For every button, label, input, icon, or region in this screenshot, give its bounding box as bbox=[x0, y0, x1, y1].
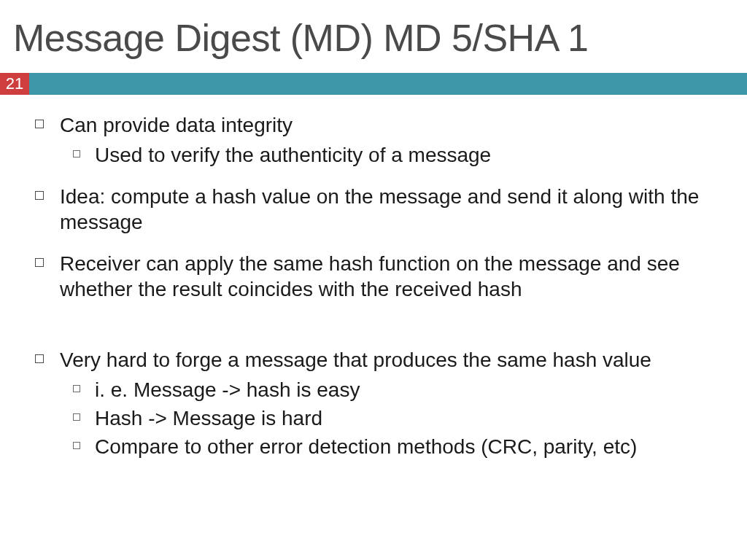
sub-bullet-square-icon bbox=[73, 150, 80, 158]
sub-bullet-item: Hash -> Message is hard bbox=[60, 405, 651, 431]
sub-bullet-text: Hash -> Message is hard bbox=[95, 405, 322, 431]
bullet-square-icon bbox=[35, 258, 44, 267]
sub-list: i. e. Message -> hash is easy Hash -> Me… bbox=[60, 377, 651, 459]
sub-list: Used to verify the authenticity of a mes… bbox=[60, 142, 491, 168]
bullet-item: Very hard to forge a message that produc… bbox=[35, 347, 727, 459]
bullet-text: Receiver can apply the same hash functio… bbox=[60, 251, 727, 302]
bullet-item: Receiver can apply the same hash functio… bbox=[35, 251, 727, 302]
header-bar: 21 bbox=[0, 73, 747, 95]
slide-number-badge: 21 bbox=[0, 73, 29, 95]
sub-bullet-item: Used to verify the authenticity of a mes… bbox=[60, 142, 491, 168]
bullet-square-icon bbox=[35, 120, 44, 128]
bullet-text: Very hard to forge a message that produc… bbox=[60, 347, 651, 373]
sub-bullet-item: Compare to other error detection methods… bbox=[60, 434, 651, 459]
sub-bullet-text: Used to verify the authenticity of a mes… bbox=[95, 142, 491, 168]
sub-bullet-square-icon bbox=[73, 442, 80, 449]
sub-bullet-item: i. e. Message -> hash is easy bbox=[60, 377, 651, 402]
slide-content: Can provide data integrity Used to verif… bbox=[0, 95, 747, 459]
slide-title: Message Digest (MD) MD 5/SHA 1 bbox=[0, 0, 747, 60]
bullet-text: Can provide data integrity bbox=[60, 112, 491, 138]
sub-bullet-square-icon bbox=[73, 413, 80, 421]
bullet-item: Can provide data integrity Used to verif… bbox=[35, 112, 727, 168]
bullet-square-icon bbox=[35, 191, 44, 200]
bullet-item: Idea: compute a hash value on the messag… bbox=[35, 184, 727, 235]
sub-bullet-text: Compare to other error detection methods… bbox=[95, 434, 637, 459]
bullet-text: Idea: compute a hash value on the messag… bbox=[60, 184, 727, 235]
accent-bar bbox=[29, 73, 747, 95]
sub-bullet-text: i. e. Message -> hash is easy bbox=[95, 377, 360, 402]
sub-bullet-square-icon bbox=[73, 385, 80, 392]
bullet-square-icon bbox=[35, 354, 44, 363]
